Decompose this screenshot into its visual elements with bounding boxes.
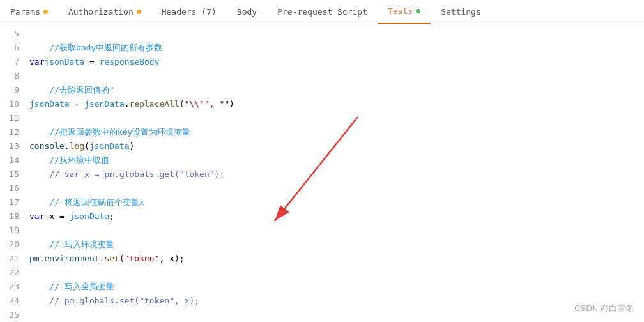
code-line: pm.environment.set("token", x); bbox=[27, 252, 644, 266]
authorization-dot bbox=[137, 10, 141, 14]
code-line bbox=[27, 224, 644, 238]
line-number: 18 bbox=[0, 210, 19, 224]
line-number: 20 bbox=[0, 238, 19, 252]
params-dot bbox=[43, 10, 48, 14]
line-number: 15 bbox=[0, 167, 19, 181]
tab-params[interactable]: Params bbox=[0, 0, 58, 24]
line-number: 10 bbox=[0, 97, 19, 111]
code-content[interactable]: //获取body中返回的所有参数 var jsonData = response… bbox=[27, 24, 644, 322]
tab-prerequest[interactable]: Pre-request Script bbox=[267, 0, 378, 24]
code-line bbox=[27, 69, 644, 83]
tab-tests[interactable]: Tests bbox=[378, 0, 431, 24]
code-line: // pm.globals.set("token", x); bbox=[27, 294, 644, 308]
code-line: jsonData = jsonData.replaceAll("\\"", ""… bbox=[27, 97, 644, 111]
line-number: 9 bbox=[0, 83, 19, 97]
code-line bbox=[27, 27, 644, 41]
line-number: 22 bbox=[0, 266, 19, 280]
line-numbers: 5678910111213141516171819202122232425 bbox=[0, 24, 27, 322]
tab-headers[interactable]: Headers (7) bbox=[151, 0, 227, 24]
line-number: 11 bbox=[0, 111, 19, 125]
code-line: //从环境中取值 bbox=[27, 153, 644, 167]
code-line bbox=[27, 111, 644, 125]
code-line: // 将返回值赋值个变量x bbox=[27, 195, 644, 210]
code-line: console.log(jsonData) bbox=[27, 139, 644, 153]
code-line: var x = jsonData; bbox=[27, 210, 644, 224]
line-number: 7 bbox=[0, 55, 19, 69]
line-number: 25 bbox=[0, 308, 19, 322]
tab-settings[interactable]: Settings bbox=[431, 0, 491, 24]
code-line: //获取body中返回的所有参数 bbox=[27, 41, 644, 55]
line-number: 14 bbox=[0, 153, 19, 167]
code-line bbox=[27, 308, 644, 322]
line-number: 5 bbox=[0, 27, 19, 41]
line-number: 17 bbox=[0, 195, 19, 210]
line-number: 19 bbox=[0, 224, 19, 238]
watermark: CSDN @白雪冬 bbox=[574, 303, 634, 314]
line-number: 16 bbox=[0, 181, 19, 195]
line-number: 12 bbox=[0, 125, 19, 139]
tab-body[interactable]: Body bbox=[227, 0, 267, 24]
line-number: 8 bbox=[0, 69, 19, 83]
code-editor[interactable]: 5678910111213141516171819202122232425 //… bbox=[0, 24, 644, 322]
code-line: var jsonData = responseBody bbox=[27, 55, 644, 69]
line-number: 23 bbox=[0, 280, 19, 294]
tab-authorization[interactable]: Authorization bbox=[58, 0, 151, 24]
code-line bbox=[27, 181, 644, 195]
code-line: // var x = pm.globals.get("token"); bbox=[27, 167, 644, 181]
line-number: 21 bbox=[0, 252, 19, 266]
tab-bar: Params Authorization Headers (7) Body Pr… bbox=[0, 0, 644, 24]
line-number: 6 bbox=[0, 41, 19, 55]
code-line: // 写入全局变量 bbox=[27, 280, 644, 294]
code-line: //把返回参数中的key设置为环境变量 bbox=[27, 125, 644, 139]
code-line: // 写入环境变量 bbox=[27, 238, 644, 252]
line-number: 13 bbox=[0, 139, 19, 153]
line-number: 24 bbox=[0, 294, 19, 308]
tests-dot bbox=[416, 9, 420, 13]
code-line bbox=[27, 266, 644, 280]
code-line: //去除返回值的" bbox=[27, 83, 644, 97]
